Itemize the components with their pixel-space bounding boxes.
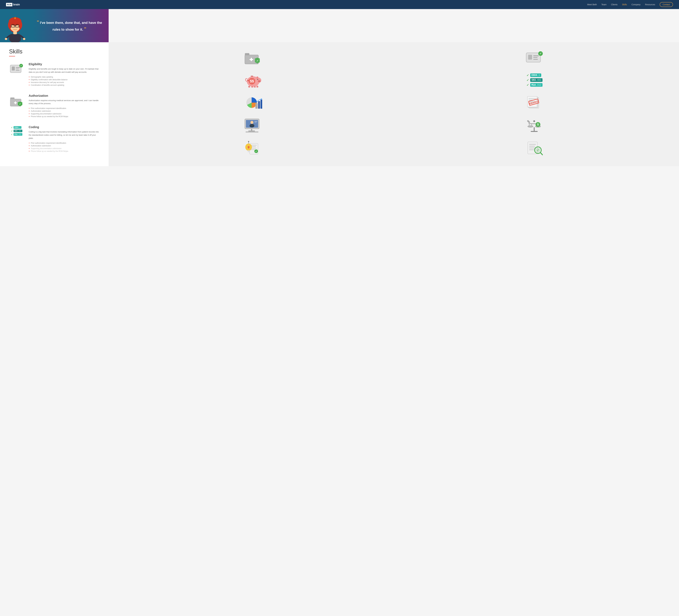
title-underline [9,56,15,56]
svg-text:✓: ✓ [537,149,539,152]
svg-point-15 [5,38,7,40]
logo[interactable]: RCM brain [6,3,20,6]
svg-rect-60 [255,103,258,109]
svg-rect-51 [248,86,250,88]
nav-item-clients[interactable]: Clients [611,3,617,6]
list-item: Prior authorization requirement identifi… [29,107,100,110]
eligibility-card-icon: ✓ [9,63,24,74]
svg-rect-81 [246,131,258,132]
check-icon: ✓ [526,78,529,82]
nav-item-resources[interactable]: Resources [645,3,655,6]
navigation: RCM brain Meet Beth Team Clients Skills … [0,0,679,9]
svg-point-46 [258,81,259,82]
list-item: Authorization submission [29,145,100,147]
svg-rect-37 [528,55,532,60]
auth-folder-large-icon: ✓ [244,50,262,65]
svg-point-3 [8,21,11,29]
nav-contact-button[interactable]: Contact [660,2,673,7]
svg-rect-111 [529,149,534,150]
svg-rect-54 [256,86,258,88]
eligibility-content: Eligibility Eligibility and benefits are… [29,62,100,87]
right-icon-cell-piggy: $$ [115,71,392,89]
piggy-bank-icon: $$ [244,72,262,88]
svg-rect-20 [16,69,19,69]
svg-rect-33 [250,59,253,60]
nav-item-team[interactable]: Team [601,3,607,6]
code-tag-s93: S93.401 [13,130,22,132]
eligibility-icon: ✓ [9,62,24,87]
svg-point-75 [251,121,253,124]
svg-text:✓: ✓ [20,64,22,67]
svg-rect-21 [16,70,20,71]
lightbulb-report-icon: ✓ [245,140,262,155]
svg-rect-62 [261,100,262,109]
svg-rect-103 [248,150,250,151]
right-panel: ✓ ✓ [108,42,679,166]
right-icon-cell-computer [115,116,392,134]
right-icon-cell-codes: ✓ E884.1 ✓ S93.401 ✓ M1A.312 [396,71,673,89]
svg-rect-52 [251,86,253,88]
authorization-icon: ✓ [9,94,24,118]
nav-item-skills[interactable]: Skills [622,3,627,6]
svg-rect-39 [533,57,538,58]
list-item: Phone follow up as needed by the RCM Nin… [29,115,100,118]
svg-marker-63 [260,98,262,99]
svg-rect-53 [254,86,256,88]
code-badge-large-2: ✓ S93.401 [526,78,543,82]
svg-rect-80 [254,122,257,123]
svg-rect-108 [529,144,536,145]
logo-text: brain [13,3,20,6]
nav-item-company[interactable]: Company [632,3,641,6]
svg-rect-18 [12,66,15,70]
right-icon-cell-eligibility-id: ✓ [396,48,673,66]
eligibility-list: Demographic data updating Eligibility co… [29,75,100,87]
denied-stamp-icon: DENIED [526,96,543,110]
document-magnifier-icon: ✓ [526,140,543,155]
check-icon-2: ✓ [11,130,13,132]
eligibility-id-large-icon: ✓ [525,51,544,64]
nav-item-meet-beth[interactable]: Meet Beth [587,3,597,6]
right-icon-cell-denied: DENIED [396,94,673,112]
svg-line-113 [541,153,543,155]
hero-section: " I've been there, done that, and have t… [0,9,108,42]
list-item: Insurance discovery for self pay account… [29,81,100,84]
code-tag-s93-large: S93.401 [530,78,543,82]
left-panel: Skills ✓ Eligibility Eligibility and ben… [0,42,108,166]
svg-rect-27 [14,102,17,103]
right-icon-cell-auth-folder: ✓ [115,48,392,66]
code-badge-large-3: ✓ M1A.312 [526,83,543,87]
svg-rect-19 [16,67,20,68]
svg-rect-12 [13,31,17,34]
svg-point-4 [19,21,22,29]
svg-rect-82 [534,127,535,131]
list-item: Supporting documentation submission [29,147,100,150]
svg-rect-110 [529,148,536,148]
nav-links: Meet Beth Team Clients Skills Company Re… [587,2,673,7]
skill-item-coding: ✓ E884.1 ✓ S93.401 ✓ M1A.312 Coding Codi… [9,125,100,152]
svg-text:✓: ✓ [255,150,257,153]
close-quote-icon: " [84,26,86,32]
bar-chart-icon [244,95,262,110]
coding-title: Coding [29,125,100,129]
code-badge-large-1: ✓ E884.1 [526,73,543,77]
svg-rect-94 [527,120,530,123]
coding-list: Prior authorization requirement identifi… [29,142,100,153]
list-item: Coordination of benefits account updatin… [29,84,100,87]
svg-rect-79 [254,121,257,122]
hero-quote-text: " I've been there, done that, and have t… [36,19,103,32]
svg-point-16 [23,38,25,40]
code-badge-3: ✓ M1A.312 [11,133,22,136]
eligibility-title: Eligibility [29,62,100,66]
skill-item-eligibility: ✓ Eligibility Eligibility and benefits a… [9,62,100,87]
check-icon: ✓ [526,73,529,77]
svg-text:✓: ✓ [19,103,21,105]
skill-item-authorization: ✓ Authorization Authorization requires e… [9,94,100,118]
list-item: Prior authorization requirement identifi… [29,142,100,145]
check-icon: ✓ [526,83,529,87]
svg-rect-83 [531,131,538,132]
open-quote-icon: " [37,20,39,25]
coding-description: Coding is a big task that involves trans… [29,130,100,140]
code-badge-2: ✓ S93.401 [11,130,22,132]
svg-rect-58 [251,76,253,76]
svg-rect-96 [251,145,257,146]
